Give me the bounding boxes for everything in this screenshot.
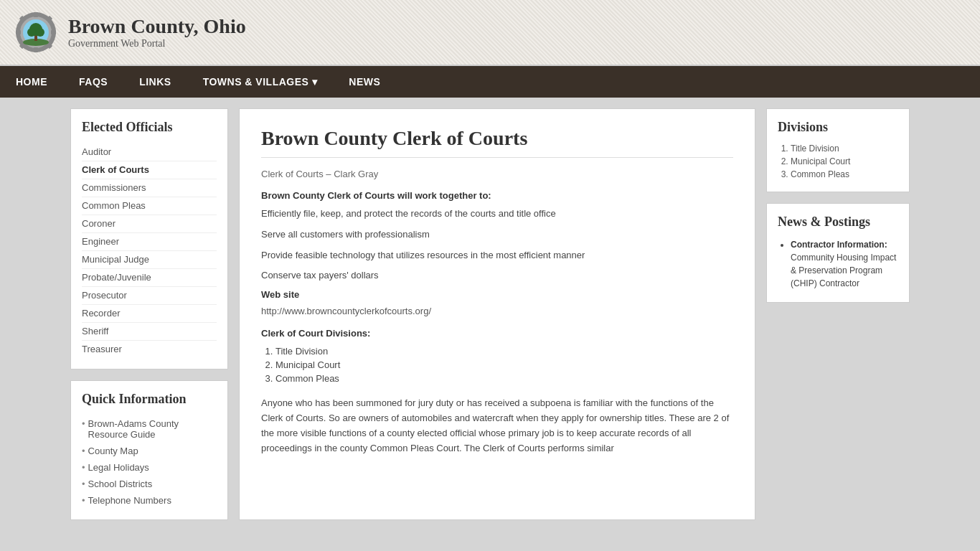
municipal-court-link[interactable]: Municipal Court: [791, 156, 850, 166]
prosecutor-link[interactable]: Prosecutor: [82, 290, 127, 301]
list-item[interactable]: Municipal Judge: [82, 251, 217, 269]
site-subtitle: Government Web Portal: [68, 38, 246, 50]
svg-point-15: [36, 28, 44, 37]
list-item[interactable]: Common Pleas: [791, 168, 898, 181]
engineer-link[interactable]: Engineer: [82, 236, 119, 247]
mission-item-2: Serve all customers with professionalism: [261, 227, 733, 242]
list-item[interactable]: Coroner: [82, 215, 217, 233]
clerk-of-courts-link[interactable]: Clerk of Courts: [82, 164, 149, 175]
page-title: Brown County Clerk of Courts: [261, 127, 733, 158]
list-item[interactable]: Treasurer: [82, 341, 217, 358]
list-item: Municipal Court: [275, 358, 733, 372]
svg-rect-2: [34, 12, 38, 17]
website-label: Web site: [261, 289, 733, 300]
svg-rect-4: [16, 30, 21, 34]
municipal-judge-link[interactable]: Municipal Judge: [82, 254, 149, 265]
school-districts-link[interactable]: School Districts: [88, 479, 153, 489]
list-item[interactable]: Title Division: [791, 142, 898, 155]
mission-item-4: Conserve tax payers' dollars: [261, 268, 733, 283]
list-item[interactable]: Commissioners: [82, 179, 217, 197]
site-title-block: Brown County, Ohio Government Web Portal: [68, 15, 246, 50]
list-item[interactable]: Recorder: [82, 305, 217, 323]
quick-info-box: Quick Information Brown-Adams County Res…: [70, 380, 228, 520]
news-box: News & Postings Contractor Information: …: [766, 203, 910, 303]
commissioners-link[interactable]: Commissioners: [82, 182, 146, 193]
site-title: Brown County, Ohio: [68, 15, 246, 38]
nav-towns[interactable]: TOWNS & VILLAGES ▾: [187, 66, 334, 98]
list-item[interactable]: Auditor: [82, 143, 217, 161]
body-text: Anyone who has been summoned for jury du…: [261, 396, 733, 456]
news-body: Community Housing Impact & Preservation …: [791, 253, 896, 288]
list-item[interactable]: Clerk of Courts: [82, 161, 217, 179]
recorder-link[interactable]: Recorder: [82, 308, 120, 319]
right-sidebar: Divisions Title Division Municipal Court…: [766, 108, 910, 520]
legal-holidays-link[interactable]: Legal Holidays: [88, 462, 149, 473]
resource-guide-link[interactable]: Brown-Adams County Resource Guide: [88, 418, 217, 440]
news-label: Contractor Information:: [791, 240, 887, 250]
divisions-heading: Divisions: [778, 120, 898, 135]
mission-item-1: Efficiently file, keep, and protect the …: [261, 207, 733, 222]
list-item[interactable]: Legal Holidays: [82, 459, 217, 476]
elected-officials-heading: Elected Officials: [82, 120, 217, 135]
list-item: Title Division: [275, 344, 733, 358]
center-divisions-list: Title Division Municipal Court Common Pl…: [261, 344, 733, 385]
elected-officials-list: Auditor Clerk of Courts Commissioners Co…: [82, 143, 217, 358]
left-sidebar: Elected Officials Auditor Clerk of Court…: [70, 108, 228, 520]
treasurer-link[interactable]: Treasurer: [82, 344, 122, 354]
nav-home[interactable]: HOME: [0, 66, 63, 98]
mission-title: Brown County Clerk of Courts will work t…: [261, 190, 733, 201]
list-item[interactable]: School Districts: [82, 476, 217, 492]
nav-faqs[interactable]: FAQS: [63, 66, 123, 98]
list-item[interactable]: County Map: [82, 443, 217, 459]
coroner-link[interactable]: Coroner: [82, 218, 116, 229]
list-item[interactable]: Municipal Court: [791, 155, 898, 168]
clerk-subtitle: Clerk of Courts – Clark Gray: [261, 169, 733, 179]
quick-info-list: Brown-Adams County Resource Guide County…: [82, 415, 217, 509]
quick-info-heading: Quick Information: [82, 392, 217, 407]
list-item[interactable]: Prosecutor: [82, 287, 217, 305]
svg-rect-3: [34, 47, 38, 52]
probate-juvenile-link[interactable]: Probate/Juvenile: [82, 272, 151, 283]
website-url[interactable]: http://www.browncountyclerkofcourts.org/: [261, 306, 431, 316]
news-list: Contractor Information: Community Housin…: [778, 237, 898, 291]
divisions-title: Clerk of Court Divisions:: [261, 328, 733, 339]
sheriff-link[interactable]: Sheriff: [82, 326, 108, 336]
right-divisions-list: Title Division Municipal Court Common Pl…: [778, 142, 898, 181]
nav-links[interactable]: LINKS: [123, 66, 187, 98]
telephone-numbers-link[interactable]: Telephone Numbers: [88, 495, 171, 506]
list-item[interactable]: Probate/Juvenile: [82, 269, 217, 287]
main-nav: HOME FAQS LINKS TOWNS & VILLAGES ▾ NEWS: [0, 66, 980, 98]
county-map-link[interactable]: County Map: [88, 446, 138, 456]
common-pleas-link-right[interactable]: Common Pleas: [791, 169, 849, 179]
main-layout: Elected Officials Auditor Clerk of Court…: [60, 98, 920, 531]
center-content: Brown County Clerk of Courts Clerk of Co…: [239, 108, 755, 520]
list-item[interactable]: Common Pleas: [82, 197, 217, 215]
list-item[interactable]: Telephone Numbers: [82, 492, 217, 509]
svg-point-14: [27, 28, 36, 37]
site-header: Brown County, Ohio Government Web Portal: [0, 0, 980, 66]
auditor-link[interactable]: Auditor: [82, 146, 111, 157]
common-pleas-link[interactable]: Common Pleas: [82, 200, 146, 211]
nav-news[interactable]: NEWS: [333, 66, 396, 98]
title-division-link[interactable]: Title Division: [791, 143, 839, 154]
news-item: Contractor Information: Community Housin…: [791, 237, 898, 291]
svg-rect-5: [51, 30, 56, 34]
list-item: Common Pleas: [275, 372, 733, 385]
elected-officials-box: Elected Officials Auditor Clerk of Court…: [70, 108, 228, 369]
website-section: Web site http://www.browncountyclerkofco…: [261, 289, 733, 317]
list-item[interactable]: Engineer: [82, 233, 217, 251]
site-logo: [14, 11, 57, 54]
list-item[interactable]: Sheriff: [82, 323, 217, 341]
news-heading: News & Postings: [778, 215, 898, 230]
list-item[interactable]: Brown-Adams County Resource Guide: [82, 415, 217, 443]
divisions-box: Divisions Title Division Municipal Court…: [766, 108, 910, 192]
mission-item-3: Provide feasible technology that utilize…: [261, 248, 733, 263]
